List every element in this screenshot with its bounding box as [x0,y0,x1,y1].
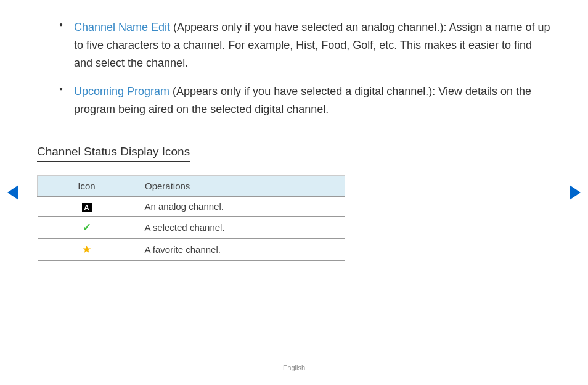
icon-table: Icon Operations A An analog channel. ✓ A… [37,175,345,261]
table-row: A An analog channel. [38,196,345,216]
bullet-channel-name-edit: Channel Name Edit (Appears only if you h… [74,19,551,72]
star-icon: ★ [82,244,91,255]
analog-icon: A [82,203,92,212]
bullet-list: Channel Name Edit (Appears only if you h… [37,19,551,118]
bullet-upcoming-program: Upcoming Program (Appears only if you ha… [74,83,551,118]
cell-icon: ✓ [38,216,136,238]
footer-language: English [0,364,588,371]
check-icon: ✓ [83,221,91,233]
page-content: Channel Name Edit (Appears only if you h… [0,0,588,261]
table-row: ✓ A selected channel. [38,216,345,238]
section-title: Channel Status Display Icons [37,145,190,162]
th-icon: Icon [38,175,136,196]
table-row: ★ A favorite channel. [38,238,345,260]
cell-ops: An analog channel. [136,196,345,216]
bullet-title: Channel Name Edit [74,21,170,33]
cell-ops: A favorite channel. [136,238,345,260]
cell-icon: A [38,196,136,216]
cell-icon: ★ [38,238,136,260]
bullet-title: Upcoming Program [74,85,169,97]
prev-arrow-icon[interactable] [7,185,18,200]
th-operations: Operations [136,175,345,196]
cell-ops: A selected channel. [136,216,345,238]
next-arrow-icon[interactable] [570,185,581,200]
